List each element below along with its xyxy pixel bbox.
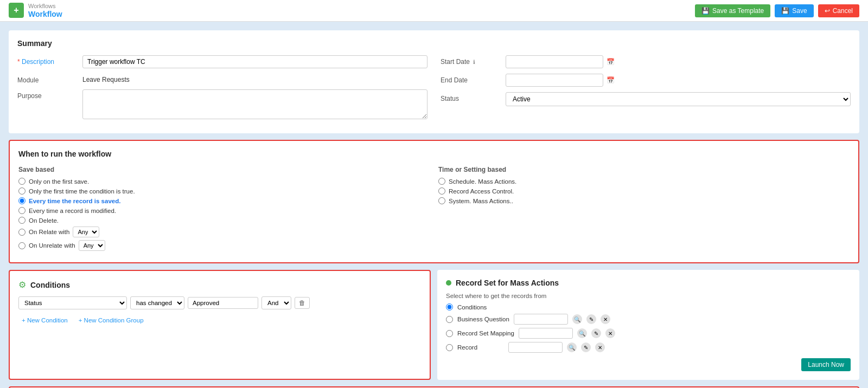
conditions-section: ⚙ Conditions Status has changed equals n… (9, 270, 431, 380)
record-source-conditions-label: Conditions (457, 304, 487, 311)
business-question-input[interactable] (514, 314, 568, 325)
topbar-left: + Workflows Workflow (9, 3, 62, 19)
radio-every-save-label: Every time the record is saved. (29, 198, 120, 204)
topbar: + Workflows Workflow 💾 Save as Template … (0, 0, 868, 22)
record-input[interactable] (508, 342, 563, 353)
new-condition-button[interactable]: + New Condition (18, 315, 71, 326)
radio-first-condition-label: Only the first time the condition is tru… (29, 188, 135, 195)
radio-schedule: Schedule. Mass Actions. (438, 178, 850, 185)
start-date-wrapper: 📅 (506, 55, 615, 68)
summary-right: Start Date ℹ 📅 End Date 📅 (441, 55, 851, 125)
record-set-status-dot (446, 280, 451, 286)
record-set-business-row: Business Question 🔍 ✎ ✕ (446, 314, 851, 325)
radio-schedule-input[interactable] (438, 178, 445, 185)
radio-on-unrelate: On Unrelate with Any (18, 240, 430, 251)
record-mapping-clear-icon[interactable]: ✕ (605, 328, 615, 338)
radio-on-delete-label: On Delete. (29, 217, 59, 224)
save-icon: 💾 (781, 7, 789, 15)
condition-value-input[interactable] (188, 297, 258, 309)
app-logo: + (9, 3, 24, 18)
conditions-record-set-row: ⚙ Conditions Status has changed equals n… (9, 270, 859, 380)
radio-first-save-label: Only on the first save. (29, 178, 89, 185)
record-set-header: Record Set for Mass Actions (446, 279, 851, 287)
save-button[interactable]: 💾 Save (775, 4, 813, 17)
radio-every-modified-input[interactable] (18, 207, 25, 214)
module-label: Module (17, 74, 82, 84)
radio-record-access-input[interactable] (438, 187, 445, 195)
summary-title: Summary (17, 39, 851, 48)
save-template-icon: 💾 (701, 7, 710, 15)
record-source-business-radio[interactable] (446, 316, 453, 323)
summary-grid: Description Module Leave Requests Purpos… (17, 55, 851, 125)
launch-now-button[interactable]: Launch Now (801, 358, 851, 371)
business-question-edit-icon[interactable]: ✎ (586, 314, 596, 324)
business-question-search-icon[interactable]: 🔍 (572, 314, 582, 324)
radio-every-modified-label: Every time a record is modified. (29, 208, 116, 214)
radio-system-mass-label: System. Mass Actions.. (449, 198, 513, 204)
on-relate-label: On Relate with (29, 229, 69, 235)
end-date-calendar-icon[interactable]: 📅 (607, 76, 615, 84)
condition-add-buttons: + New Condition + New Condition Group (18, 315, 421, 326)
radio-system-mass-input[interactable] (438, 197, 445, 204)
record-source-record-radio[interactable] (446, 344, 453, 351)
radio-first-save-input[interactable] (18, 178, 25, 185)
radio-on-delete-input[interactable] (18, 217, 25, 224)
record-source-mapping-radio[interactable] (446, 330, 453, 337)
record-mapping-edit-icon[interactable]: ✎ (591, 328, 601, 338)
status-label: Status (441, 92, 506, 102)
record-mapping-search-icon[interactable]: 🔍 (577, 328, 587, 338)
business-question-clear-icon[interactable]: ✕ (601, 314, 610, 324)
page-title: Workflow (28, 10, 62, 19)
radio-system-mass: System. Mass Actions.. (438, 197, 850, 204)
record-set-section: Record Set for Mass Actions Select where… (437, 270, 859, 380)
status-select[interactable]: Active Inactive (506, 92, 851, 106)
cancel-button[interactable]: ↩ Cancel (818, 4, 859, 17)
save-as-template-button[interactable]: 💾 Save as Template (695, 4, 770, 17)
summary-left: Description Module Leave Requests Purpos… (17, 55, 427, 125)
record-source-business-label: Business Question (457, 316, 509, 322)
end-date-label: End Date (441, 74, 506, 84)
start-date-label: Start Date ℹ (441, 55, 506, 66)
description-input[interactable] (82, 55, 427, 68)
record-edit-icon[interactable]: ✎ (581, 342, 591, 352)
start-date-calendar-icon[interactable]: 📅 (607, 58, 615, 66)
purpose-input[interactable] (82, 89, 427, 119)
record-mapping-input[interactable] (519, 328, 573, 339)
on-relate-select[interactable]: Any (73, 227, 99, 237)
condition-operator-select[interactable]: has changed equals not equals (130, 296, 184, 309)
radio-on-relate: On Relate with Any (18, 227, 430, 237)
radio-record-access: Record Access Control. (438, 187, 850, 195)
radio-every-modified: Every time a record is modified. (18, 207, 430, 214)
module-row: Module Leave Requests (17, 74, 427, 84)
new-condition-group-button[interactable]: + New Condition Group (75, 315, 147, 326)
record-clear-icon[interactable]: ✕ (595, 342, 605, 352)
record-set-conditions-row: Conditions (446, 303, 851, 311)
record-source-record-label: Record (457, 344, 477, 351)
time-based-column: Time or Setting based Schedule. Mass Act… (438, 166, 850, 254)
save-based-column: Save based Only on the first save. Only … (18, 166, 430, 254)
on-unrelate-select[interactable]: Any (79, 240, 105, 251)
radio-first-condition: Only the first time the condition is tru… (18, 187, 430, 195)
description-row: Description (17, 55, 427, 68)
radio-on-unrelate-input[interactable] (18, 242, 25, 249)
radio-first-condition-input[interactable] (18, 187, 25, 195)
start-date-input[interactable] (506, 55, 603, 68)
record-set-mapping-row: Record Set Mapping 🔍 ✎ ✕ (446, 328, 851, 339)
condition-join-select[interactable]: And Or (261, 296, 291, 309)
end-date-input[interactable] (506, 74, 603, 87)
main-content: Summary Description Module Leave Request… (0, 22, 868, 388)
record-set-title: Record Set for Mass Actions (456, 279, 559, 287)
topbar-actions: 💾 Save as Template 💾 Save ↩ Cancel (695, 4, 859, 17)
start-date-info-icon: ℹ (473, 59, 475, 65)
radio-on-relate-input[interactable] (18, 229, 25, 236)
record-source-mapping-label: Record Set Mapping (457, 330, 514, 337)
record-search-icon[interactable]: 🔍 (567, 342, 577, 352)
condition-delete-button[interactable]: 🗑 (295, 297, 310, 309)
record-set-subtitle: Select where to get the records from (446, 293, 851, 299)
record-source-conditions-radio[interactable] (446, 303, 453, 311)
description-label: Description (17, 55, 82, 66)
radio-every-save-input[interactable] (18, 197, 25, 204)
condition-field-select[interactable]: Status (18, 296, 127, 309)
summary-section: Summary Description Module Leave Request… (9, 30, 859, 133)
breadcrumb: Workflows (28, 3, 62, 10)
